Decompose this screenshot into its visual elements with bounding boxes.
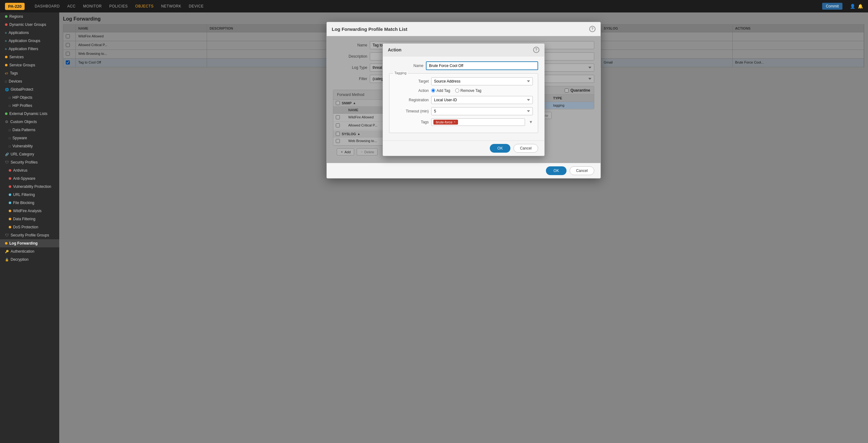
sidebar-item-hip-profiles[interactable]: □ HIP Profiles	[0, 102, 59, 110]
url-cat-icon: 🔗	[5, 152, 9, 156]
registration-select[interactable]: Local User-ID	[431, 96, 533, 104]
top-nav: PA-220 DASHBOARD ACC MONITOR POLICIES OB…	[0, 0, 868, 12]
wildfire-icon	[9, 210, 11, 212]
profile-cancel-button[interactable]: Cancel	[569, 166, 594, 175]
hip-obj-icon: □	[9, 96, 10, 99]
regions-icon	[5, 15, 7, 18]
sidebar-item-vuln-protection[interactable]: Vulnerability Protection	[0, 182, 59, 191]
action-dialog-footer: OK Cancel	[383, 140, 545, 156]
sidebar-item-vulnerability[interactable]: □ Vulnerability	[0, 142, 59, 150]
tag-chip: brute-force ×	[433, 120, 458, 125]
sidebar-item-ext-dynamic[interactable]: External Dynamic Lists	[0, 110, 59, 118]
sidebar-item-dos-protection[interactable]: DoS Protection	[0, 223, 59, 231]
nav-device[interactable]: DEVICE	[189, 4, 204, 8]
top-icons: 👤 🔔	[850, 4, 863, 9]
profile-dialog-footer: OK Cancel	[327, 163, 600, 178]
service-groups-icon	[5, 64, 7, 66]
action-dialog-header: Action ?	[383, 44, 545, 57]
action-radio-label: Action	[394, 89, 429, 93]
profile-dialog-title: Log Forwarding Profile Match List	[332, 27, 407, 32]
sidebar-item-url-filtering[interactable]: URL Filtering	[0, 191, 59, 199]
devices-icon: □	[5, 80, 7, 83]
notification-icon[interactable]: 🔔	[858, 4, 863, 9]
nav-objects[interactable]: OBJECTS	[135, 4, 154, 8]
nav-policies[interactable]: POLICIES	[109, 4, 127, 8]
remove-tag-radio[interactable]: Remove Tag	[455, 89, 482, 93]
data-pat-icon: □	[9, 128, 10, 132]
gp-icon: 🌐	[5, 88, 9, 91]
dug-icon	[5, 23, 7, 26]
nav-network[interactable]: NETWORK	[161, 4, 182, 8]
registration-label: Registration	[394, 98, 429, 102]
sidebar-item-service-groups[interactable]: Service Groups	[0, 61, 59, 69]
nav-acc[interactable]: ACC	[67, 4, 76, 8]
sidebar-item-url-category[interactable]: 🔗 URL Category	[0, 150, 59, 158]
target-label: Target	[394, 79, 429, 83]
content-area: Log Forwarding NAME DESCRIPTION LOG TYPE…	[59, 12, 868, 443]
sidebar-item-data-patterns[interactable]: □ Data Patterns	[0, 126, 59, 134]
profile-dialog-header: Log Forwarding Profile Match List ?	[327, 22, 600, 36]
nav-monitor[interactable]: MONITOR	[83, 4, 102, 8]
custom-obj-icon: ⚙	[5, 120, 8, 124]
sidebar-item-log-forwarding[interactable]: Log Forwarding	[0, 239, 59, 247]
sidebar-item-app-groups[interactable]: ≡ Application Groups	[0, 37, 59, 45]
sidebar-item-authentication[interactable]: 🔑 Authentication	[0, 247, 59, 255]
sidebar-item-dynamic-user-groups[interactable]: Dynamic User Groups	[0, 21, 59, 29]
timeout-row: Timeout (min)	[394, 107, 533, 115]
add-tag-radio[interactable]: Add Tag	[431, 89, 450, 93]
spg-icon: 🛡	[5, 233, 9, 237]
decrypt-icon: 🔓	[5, 258, 9, 261]
sec-prof-icon: 🛡	[5, 160, 9, 165]
commit-button[interactable]: Commit	[822, 3, 842, 10]
tags-row: Tags brute-force × ▼	[394, 118, 533, 126]
tag-chip-remove[interactable]: ×	[454, 120, 456, 124]
sidebar-item-anti-spyware[interactable]: Anti-Spyware	[0, 174, 59, 182]
sidebar: Regions Dynamic User Groups ≡ Applicatio…	[0, 12, 59, 443]
timeout-input[interactable]	[431, 107, 533, 115]
tags-label: Tags	[394, 120, 429, 124]
data-filt-icon	[9, 218, 11, 220]
profile-match-list-dialog: Log Forwarding Profile Match List ? Name…	[327, 22, 601, 178]
sidebar-item-spyware[interactable]: □ Spyware	[0, 134, 59, 142]
profile-ok-button[interactable]: OK	[546, 166, 566, 175]
sidebar-item-file-blocking[interactable]: File Blocking	[0, 199, 59, 207]
sidebar-item-antivirus[interactable]: Antivirus	[0, 166, 59, 174]
sidebar-item-globalprotect[interactable]: 🌐 GlobalProtect	[0, 86, 59, 94]
app-groups-icon: ≡	[5, 39, 7, 43]
action-dialog: Action ? Name	[382, 43, 545, 156]
tagging-section: Tagging Target Source Address	[389, 73, 538, 133]
sidebar-item-decryption[interactable]: 🔓 Decryption	[0, 255, 59, 264]
action-name-input[interactable]	[426, 61, 538, 70]
sidebar-item-devices[interactable]: □ Devices	[0, 77, 59, 86]
sidebar-item-services[interactable]: Services	[0, 53, 59, 61]
action-dialog-help-icon[interactable]: ?	[533, 47, 539, 53]
tags-input[interactable]: brute-force ×	[431, 118, 525, 126]
target-row: Target Source Address	[394, 77, 533, 86]
action-cancel-button[interactable]: Cancel	[514, 144, 538, 152]
auth-icon: 🔑	[5, 250, 9, 253]
log-fwd-icon	[5, 242, 7, 244]
sidebar-item-app-filters[interactable]: ≡ Application Filters	[0, 45, 59, 53]
dialog-overlay: Log Forwarding Profile Match List ? Name…	[59, 12, 868, 443]
sidebar-item-custom-objects[interactable]: ⚙ Custom Objects	[0, 118, 59, 126]
main-layout: Regions Dynamic User Groups ≡ Applicatio…	[0, 12, 868, 443]
anti-spy-icon	[9, 177, 11, 180]
sidebar-item-data-filtering[interactable]: Data Filtering	[0, 215, 59, 223]
user-icon[interactable]: 👤	[850, 4, 855, 9]
profile-dialog-help-icon[interactable]: ?	[589, 26, 595, 32]
action-radio-row: Action Add Tag	[394, 89, 533, 93]
sidebar-item-wildfire[interactable]: WildFire Analysis	[0, 207, 59, 215]
sidebar-item-hip-objects[interactable]: □ HIP Objects	[0, 94, 59, 102]
hip-prof-icon: □	[9, 104, 10, 107]
sidebar-item-sec-profile-groups[interactable]: 🛡 Security Profile Groups	[0, 231, 59, 239]
action-dialog-body: Name Tagging Target	[383, 57, 545, 140]
action-ok-button[interactable]: OK	[490, 144, 510, 152]
services-icon	[5, 56, 7, 58]
sidebar-item-applications[interactable]: ≡ Applications	[0, 29, 59, 37]
target-select[interactable]: Source Address	[431, 77, 533, 86]
sidebar-item-regions[interactable]: Regions	[0, 12, 59, 21]
sidebar-item-security-profiles[interactable]: 🛡 Security Profiles	[0, 158, 59, 166]
sidebar-item-tags[interactable]: 🏷 Tags	[0, 69, 59, 77]
nav-dashboard[interactable]: DASHBOARD	[35, 4, 60, 8]
tags-dropdown-icon[interactable]: ▼	[529, 120, 533, 124]
